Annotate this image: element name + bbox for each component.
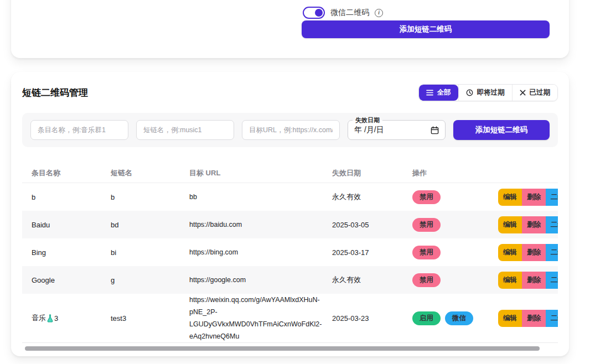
table-row: bbbb永久有效禁用编辑删除二维码 xyxy=(22,183,558,211)
header-url: 目标 URL xyxy=(189,168,332,178)
expiry-date-label: 失效日期 xyxy=(353,116,382,124)
name-filter-input[interactable] xyxy=(30,120,128,140)
add-shortlink-qrcode-button[interactable]: 添加短链二维码 xyxy=(453,120,550,140)
cell-slug: test3 xyxy=(111,314,189,323)
card-header: 短链二维码管理 全部即将过期已过期 xyxy=(11,72,569,101)
qrcode-row-button[interactable]: 二维码 xyxy=(546,272,558,289)
flask-icon xyxy=(46,314,54,323)
calendar-icon[interactable] xyxy=(431,126,439,134)
edit-row-button[interactable]: 编辑 xyxy=(498,272,522,289)
toggle-knob xyxy=(315,9,323,17)
filter-bar: 失效日期 年 /月/日 添加短链二维码 xyxy=(22,113,558,147)
cell-slug: bd xyxy=(111,221,189,229)
table-row: Googleghttps://google.com永久有效禁用编辑删除二维码 xyxy=(22,266,558,294)
tab-label: 即将过期 xyxy=(477,88,505,97)
delete-row-button[interactable]: 删除 xyxy=(522,189,546,206)
table-row: Bingbihttps://bing.com2025-03-17禁用编辑删除二维… xyxy=(22,238,558,266)
cell-actions: 编辑删除二维码 xyxy=(498,244,558,261)
table-body: bbbb永久有效禁用编辑删除二维码Baidubdhttps://baidu.co… xyxy=(22,183,558,343)
cell-target-url: https://baidu.com xyxy=(189,219,329,231)
cell-target-url: https://bing.com xyxy=(189,246,329,258)
info-icon[interactable]: i xyxy=(375,9,383,17)
cell-actions: 编辑删除二维码 xyxy=(498,310,558,327)
page: 微信二维码 i 添加短链二维码 短链二维码管理 全部即将过期已过期 失效日期 年… xyxy=(0,0,590,364)
cell-status: 禁用 xyxy=(412,190,498,204)
cell-status: 禁用 xyxy=(412,218,498,232)
cell-entry-name: Google xyxy=(32,276,111,284)
tab-expired[interactable]: 已过期 xyxy=(512,85,558,101)
tab-label: 已过期 xyxy=(530,88,551,97)
clock-icon xyxy=(466,89,473,96)
cell-entry-name: Bing xyxy=(32,248,111,257)
cell-status: 启用微信 xyxy=(412,311,498,325)
cell-status: 禁用 xyxy=(412,273,498,287)
horizontal-scrollbar[interactable] xyxy=(22,346,558,351)
table-row: Baidubdhttps://baidu.com2025-03-05禁用编辑删除… xyxy=(22,211,558,238)
cell-expiry-date: 2025-03-05 xyxy=(332,221,412,229)
scrollbar-thumb[interactable] xyxy=(25,346,540,351)
delete-row-button[interactable]: 删除 xyxy=(522,216,546,233)
qrcode-row-button[interactable]: 二维码 xyxy=(546,244,558,261)
edit-row-button[interactable]: 编辑 xyxy=(498,244,522,261)
status-badge[interactable]: 启用 xyxy=(412,311,441,325)
add-shortlink-qrcode-button-top[interactable]: 添加短链二维码 xyxy=(302,20,550,38)
header-slug: 短链名 xyxy=(111,168,189,178)
add-qrcode-form-card: 微信二维码 i 添加短链二维码 xyxy=(11,0,569,58)
cell-target-url: bb xyxy=(189,191,329,203)
cell-entry-name: Baidu xyxy=(32,221,111,229)
delete-row-button[interactable]: 删除 xyxy=(522,272,546,289)
x-icon xyxy=(520,90,526,96)
cell-entry-name: b xyxy=(32,193,111,201)
header-actions: 操作 xyxy=(412,168,498,178)
tab-expiring-soon[interactable]: 即将过期 xyxy=(458,85,512,101)
edit-row-button[interactable]: 编辑 xyxy=(498,310,522,327)
tab-all[interactable]: 全部 xyxy=(419,85,458,101)
row-action-group: 编辑删除二维码 xyxy=(498,310,558,327)
qrcode-table: 条目名称 短链名 目标 URL 失效日期 操作 bbbb永久有效禁用编辑删除二维… xyxy=(22,163,558,343)
wechat-qrcode-toggle[interactable] xyxy=(303,7,325,19)
table-row: 音乐3test3https://weixin.qq.com/g/AwYAAMlx… xyxy=(22,294,558,343)
cell-status: 禁用 xyxy=(412,246,498,259)
expiry-date-value: 年 /月/日 xyxy=(354,125,384,135)
wechat-toggle-row: 微信二维码 i xyxy=(303,7,383,19)
cell-target-url: https://weixin.qq.com/g/AwYAAMlxdXHuN-pN… xyxy=(189,294,329,342)
qrcode-row-button[interactable]: 二维码 xyxy=(546,189,558,206)
cell-actions: 编辑删除二维码 xyxy=(498,189,558,206)
cell-expiry-date: 2025-03-17 xyxy=(332,248,412,257)
delete-row-button[interactable]: 删除 xyxy=(522,310,546,327)
list-icon xyxy=(426,90,433,96)
wechat-toggle-label: 微信二维码 xyxy=(330,8,369,18)
status-badge[interactable]: 禁用 xyxy=(412,246,441,259)
cell-slug: bi xyxy=(111,248,189,257)
row-action-group: 编辑删除二维码 xyxy=(498,244,558,261)
tab-label: 全部 xyxy=(437,88,451,97)
row-action-group: 编辑删除二维码 xyxy=(498,189,558,206)
qrcode-row-button[interactable]: 二维码 xyxy=(546,310,558,327)
status-badge[interactable]: 禁用 xyxy=(412,218,441,232)
cell-entry-name: 音乐3 xyxy=(32,313,111,323)
status-badge[interactable]: 禁用 xyxy=(412,190,441,204)
header-expiry: 失效日期 xyxy=(332,168,412,178)
url-filter-input[interactable] xyxy=(242,120,340,140)
cell-expiry-date: 2025-03-23 xyxy=(332,314,412,323)
delete-row-button[interactable]: 删除 xyxy=(522,244,546,261)
cell-actions: 编辑删除二维码 xyxy=(498,272,558,289)
cell-expiry-date: 永久有效 xyxy=(332,192,412,202)
filter-tabs: 全部即将过期已过期 xyxy=(418,84,558,101)
status-badge[interactable]: 禁用 xyxy=(412,273,441,287)
cell-actions: 编辑删除二维码 xyxy=(498,216,558,233)
cell-slug: b xyxy=(111,193,189,201)
wechat-badge[interactable]: 微信 xyxy=(445,311,473,325)
expiry-date-field[interactable]: 失效日期 年 /月/日 xyxy=(348,120,446,140)
table-header: 条目名称 短链名 目标 URL 失效日期 操作 xyxy=(22,163,558,183)
row-action-group: 编辑删除二维码 xyxy=(498,272,558,289)
cell-target-url: https://google.com xyxy=(189,274,329,286)
qrcode-row-button[interactable]: 二维码 xyxy=(546,216,558,233)
cell-slug: g xyxy=(111,276,189,284)
qrcode-manager-card: 短链二维码管理 全部即将过期已过期 失效日期 年 /月/日 添加短链二维码 条目… xyxy=(11,72,569,356)
slug-filter-input[interactable] xyxy=(136,120,234,140)
edit-row-button[interactable]: 编辑 xyxy=(498,216,522,233)
cell-expiry-date: 永久有效 xyxy=(332,275,412,285)
header-name: 条目名称 xyxy=(32,168,111,178)
edit-row-button[interactable]: 编辑 xyxy=(498,189,522,206)
